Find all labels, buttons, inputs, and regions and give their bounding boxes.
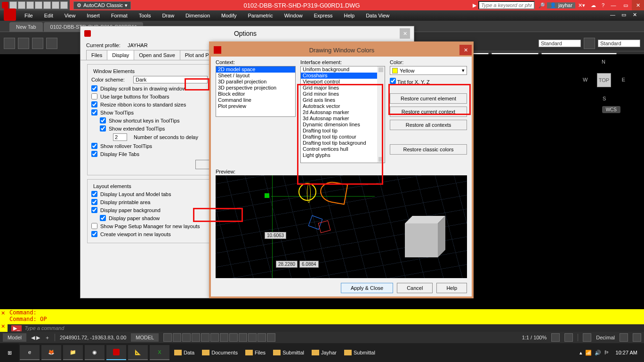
taskbar-folder[interactable]: Submittal [269, 350, 308, 355]
qat-saveas-icon[interactable] [35, 1, 42, 9]
chk-extended-tt[interactable] [100, 125, 106, 132]
stayconnected-icon[interactable]: ☁ [588, 2, 599, 8]
doc-minimize-button[interactable]: — [610, 12, 620, 19]
interface-item[interactable]: 3d Autosnap marker [301, 115, 385, 122]
add-layout-icon[interactable]: ＋ [45, 334, 50, 341]
options-close-button[interactable]: ✕ [400, 28, 410, 39]
minimize-button[interactable]: — [607, 0, 620, 10]
close-button[interactable]: ✕ [632, 0, 644, 10]
chk-printable[interactable] [91, 199, 97, 205]
qat-new-icon[interactable] [9, 1, 17, 9]
interface-item[interactable]: Light glyphs [301, 152, 385, 158]
text-style-combo[interactable]: Standard [539, 40, 581, 47]
otrack-toggle-icon[interactable] [210, 333, 219, 342]
dwc-close-button[interactable]: ✕ [459, 45, 472, 55]
dim-style-combo[interactable]: Standard [598, 40, 640, 47]
chk-paper-shadow[interactable] [100, 215, 106, 221]
taskbar-folder[interactable]: Files [242, 350, 269, 355]
interface-item[interactable]: Grid axis lines [301, 97, 385, 103]
chk-resize-ribbon[interactable] [91, 101, 97, 107]
menu-edit[interactable]: Edit [39, 11, 59, 20]
polar-toggle-icon[interactable] [192, 333, 200, 342]
viewcube-w[interactable]: W [583, 77, 588, 82]
tb-icon[interactable] [584, 38, 595, 49]
qp-toggle-icon[interactable] [239, 333, 247, 342]
context-item[interactable]: Command line [216, 97, 295, 103]
lwt-toggle-icon[interactable] [220, 333, 228, 342]
osnap-toggle-icon[interactable] [201, 333, 209, 342]
tb-icon[interactable] [18, 38, 29, 49]
app-logo-icon[interactable] [2, 2, 8, 8]
menu-draw[interactable]: Draw [156, 11, 180, 20]
chk-paper-bg[interactable] [91, 207, 97, 213]
context-item[interactable]: Block editor [216, 91, 295, 97]
doc-restore-button[interactable]: ▭ [621, 12, 631, 19]
layout-nav-icon[interactable]: ◀ ▶ [31, 335, 40, 341]
workspace-dropdown[interactable]: ⚙ AutoCAD Classic ▾ [73, 1, 131, 9]
chk-page-setup[interactable] [91, 223, 97, 229]
cancel-button[interactable]: Cancel [397, 283, 433, 293]
chk-viewport[interactable] [91, 231, 97, 237]
qat-plot-icon[interactable] [43, 1, 51, 9]
menu-dataview[interactable]: Data View [360, 11, 395, 20]
seconds-input[interactable] [113, 133, 127, 141]
taskbar-excel-icon[interactable]: X [150, 345, 169, 360]
context-listbox[interactable]: 2D model spaceSheet / layout3D parallel … [216, 66, 296, 117]
interface-item[interactable]: Grid minor lines [301, 91, 385, 97]
context-item[interactable]: 3D parallel projection [216, 79, 295, 85]
tray-network-icon[interactable]: 📶 [585, 350, 592, 356]
tray-flag-icon[interactable]: 🏳 [604, 350, 609, 355]
gear-status-icon[interactable] [564, 333, 573, 342]
menu-parametric[interactable]: Parametric [242, 11, 278, 20]
apply-close-button[interactable]: Apply & Close [341, 283, 393, 293]
interface-item[interactable]: Crosshairs [301, 73, 385, 79]
snap-toggle-icon[interactable] [173, 333, 181, 342]
3dosnap-icon[interactable] [258, 333, 266, 342]
interface-item[interactable]: Drafting tool tip [301, 128, 385, 134]
color-dropdown[interactable]: Yellow ▾ [390, 66, 467, 75]
interface-item[interactable]: 2d Autosnap marker [301, 109, 385, 115]
clean-screen-icon[interactable] [620, 333, 628, 342]
chk-tint-xyz[interactable] [390, 78, 396, 84]
taskbar-autocad-icon[interactable] [106, 345, 126, 360]
signed-in-user[interactable]: 👤 jayhar [547, 2, 575, 8]
menu-help[interactable]: Help [338, 11, 361, 20]
viewcube-n[interactable]: N [602, 59, 605, 65]
restore-context-button[interactable]: Restore current context [390, 107, 467, 117]
chk-large-buttons[interactable] [91, 93, 97, 99]
chk-shortcut[interactable] [100, 117, 106, 123]
start-button[interactable]: ⊞ [0, 343, 19, 362]
menu-insert[interactable]: Insert [81, 11, 105, 20]
sc-toggle-icon[interactable] [248, 333, 257, 342]
interface-item[interactable]: Drafting tool tip contour [301, 134, 385, 140]
menu-window[interactable]: Window [279, 11, 308, 20]
anno-vis-icon[interactable] [551, 333, 560, 342]
color-scheme-dropdown[interactable]: Dark [133, 76, 208, 83]
qat-undo-icon[interactable] [52, 1, 59, 9]
customize-icon[interactable] [633, 333, 641, 342]
search-icon[interactable]: 🔎 [537, 2, 547, 8]
units-readout[interactable]: Decimal [596, 335, 615, 340]
taskbar-folder[interactable]: Submittal [340, 350, 379, 355]
chk-layout-tabs[interactable] [91, 191, 97, 197]
qat-save-icon[interactable] [26, 1, 34, 9]
model-indicator[interactable]: MODEL [131, 333, 159, 342]
restore-all-button[interactable]: Restore all contexts [390, 120, 467, 130]
workspace-switch-icon[interactable] [583, 333, 591, 342]
dyn-toggle-icon[interactable] [229, 333, 238, 342]
tray-overflow-icon[interactable]: ▴ [580, 350, 582, 356]
tb-icon[interactable] [4, 38, 15, 49]
scrollbar[interactable] [377, 66, 385, 163]
menu-file[interactable]: File [19, 11, 39, 20]
taskbar-firefox-icon[interactable]: 🦊 [41, 345, 61, 360]
clock[interactable]: 10:27 AM [612, 350, 641, 355]
taskbar-dwg-icon[interactable]: 📐 [128, 345, 148, 360]
context-item[interactable]: Plot preview [216, 103, 295, 109]
restore-classic-button[interactable]: Restore classic colors [390, 144, 467, 155]
tb-icon[interactable] [46, 38, 57, 49]
menu-tools[interactable]: Tools [133, 11, 157, 20]
model-tab[interactable]: Model [3, 333, 26, 342]
qat-redo-icon[interactable] [60, 1, 68, 9]
taskbar-folder[interactable]: Data [170, 350, 198, 355]
interface-item[interactable]: Drafting tool tip background [301, 140, 385, 146]
